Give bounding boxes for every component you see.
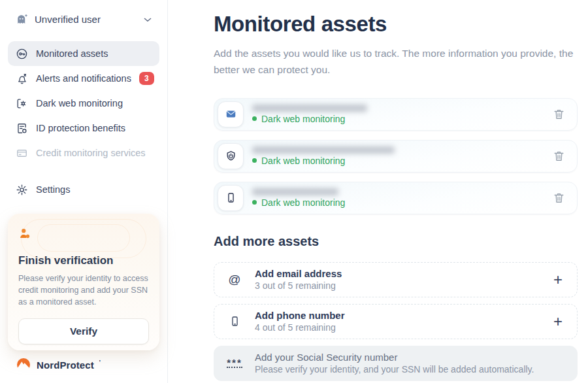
add-assets-list: @ Add email address 3 out of 5 remaining… [214, 262, 578, 381]
redacted-asset-value [252, 146, 395, 154]
trash-icon [553, 192, 565, 204]
add-row-title: Add phone number [255, 310, 551, 321]
add-row-subtitle: Please verify your identity, and your SS… [255, 364, 565, 375]
brand-name: NordProtect [37, 359, 94, 371]
bell-icon [16, 73, 28, 85]
sidebar-item-alerts[interactable]: Alerts and notifications 3 [8, 66, 159, 91]
chevron-down-icon [142, 14, 153, 25]
add-row-title: Add your Social Security number [255, 352, 565, 363]
asset-status: Dark web monitoring [252, 197, 550, 208]
shield-icon [218, 143, 244, 169]
page-title: Monitored assets [214, 12, 578, 37]
sidebar-item-dark-web-monitoring[interactable]: Dark web monitoring [8, 91, 159, 116]
user-menu[interactable]: Unverified user [8, 9, 159, 29]
add-row-subtitle: 3 out of 5 remaining [255, 280, 551, 291]
nordprotect-logo-icon [16, 357, 31, 373]
redacted-asset-value [252, 105, 367, 112]
main-content: Monitored assets Add the assets you woul… [168, 0, 588, 383]
status-dot [252, 200, 257, 205]
finish-verification-card: Finish verification Please verify your i… [8, 214, 159, 350]
alerts-count-badge: 3 [139, 72, 154, 85]
brand-footer: NordProtect' [8, 350, 159, 374]
asset-status: Dark web monitoring [252, 114, 550, 124]
delete-asset-button[interactable] [550, 105, 568, 123]
status-label: Dark web monitoring [261, 156, 345, 166]
sidebar-item-id-protection-benefits[interactable]: ID protection benefits [8, 116, 159, 141]
asterisks-icon: *** [214, 359, 255, 368]
asset-info: Dark web monitoring [244, 146, 550, 166]
gear-icon [16, 184, 28, 196]
monitored-assets-list: Dark web monitoring [214, 98, 578, 214]
add-row-subtitle: 4 out of 5 remaining [255, 322, 551, 333]
app-window: Unverified user Monitored assets [0, 0, 588, 383]
sidebar-item-settings[interactable]: Settings [8, 177, 159, 202]
at-sign-icon: @ [214, 273, 255, 287]
verify-button[interactable]: Verify [18, 318, 149, 344]
add-more-assets-heading: Add more assets [214, 234, 578, 249]
sidebar-item-label: ID protection benefits [36, 123, 152, 133]
add-row-title: Add email address [255, 268, 551, 279]
status-label: Dark web monitoring [261, 197, 345, 208]
sidebar-item-label: Alerts and notifications [36, 73, 131, 84]
add-info: Add email address 3 out of 5 remaining [255, 268, 551, 291]
status-label: Dark web monitoring [261, 114, 345, 124]
envelope-icon [218, 101, 244, 127]
browser-bug-icon [16, 97, 28, 110]
asset-row-account: Dark web monitoring [214, 140, 578, 173]
phone-icon [218, 185, 244, 211]
sidebar-item-label: Monitored assets [36, 48, 152, 59]
trash-icon [553, 150, 565, 162]
sidebar-nav: Monitored assets Alerts and notification… [8, 41, 159, 202]
delete-asset-button[interactable] [550, 189, 568, 207]
document-icon [16, 122, 28, 135]
add-phone-row[interactable]: Add phone number 4 out of 5 remaining + [214, 304, 578, 339]
credit-card-icon [16, 147, 28, 159]
add-info: Add your Social Security number Please v… [255, 352, 565, 375]
asset-row-phone: Dark web monitoring [214, 182, 578, 214]
page-subtitle: Add the assets you would like us to trac… [214, 46, 578, 78]
user-label: Unverified user [35, 14, 136, 25]
redacted-asset-value [252, 188, 338, 195]
asset-info: Dark web monitoring [244, 188, 550, 208]
sidebar-item-label: Dark web monitoring [36, 98, 152, 108]
verification-card-body: Please verify your identity to access cr… [18, 273, 149, 308]
verification-card-title: Finish verification [18, 254, 149, 267]
phone-icon [214, 316, 255, 327]
person-orange-icon [18, 227, 33, 241]
sidebar-item-monitored-assets[interactable]: Monitored assets [8, 41, 159, 66]
add-email-button[interactable]: + [551, 271, 565, 289]
add-ssn-row: *** Add your Social Security number Plea… [214, 346, 578, 381]
brand-trademark: ' [99, 359, 101, 365]
add-info: Add phone number 4 out of 5 remaining [255, 310, 551, 333]
key-icon [16, 48, 28, 60]
sidebar: Unverified user Monitored assets [0, 0, 168, 383]
add-phone-button[interactable]: + [551, 312, 565, 331]
status-dot [252, 116, 257, 121]
sidebar-item-credit-monitoring: Credit monitoring services [8, 141, 159, 165]
delete-asset-button[interactable] [550, 147, 568, 165]
asset-status: Dark web monitoring [252, 156, 550, 166]
add-email-row[interactable]: @ Add email address 3 out of 5 remaining… [214, 262, 578, 297]
sidebar-item-label: Credit monitoring services [36, 148, 152, 158]
trash-icon [553, 108, 565, 120]
unverified-user-icon [16, 13, 28, 25]
sidebar-item-label: Settings [36, 184, 152, 195]
asset-row-email: Dark web monitoring [214, 98, 578, 131]
status-dot [252, 158, 257, 163]
asset-info: Dark web monitoring [244, 105, 550, 124]
